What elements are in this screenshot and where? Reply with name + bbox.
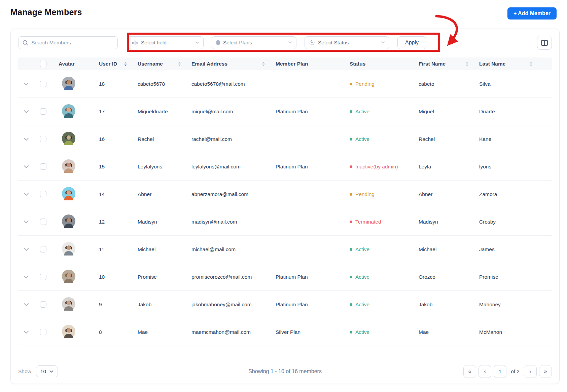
status-label: Active [355, 136, 369, 142]
username-cell: Leylalyons [131, 164, 185, 170]
row-checkbox[interactable] [40, 246, 46, 252]
email-cell: cabeto5678@mail.com [185, 81, 269, 87]
col-header-email[interactable]: Email Address [185, 61, 269, 67]
select-all-checkbox[interactable] [40, 61, 46, 67]
select-plans-dropdown[interactable]: Select Plans [212, 36, 296, 49]
status-label: Active [355, 246, 369, 252]
avatar [62, 85, 75, 91]
status-dot-icon [350, 221, 352, 223]
page-title: Manage Members [10, 7, 82, 17]
status-dot-icon [350, 331, 352, 334]
sort-icon[interactable] [177, 62, 181, 67]
username-cell: cabeto5678 [131, 81, 185, 87]
sort-icon-active-desc[interactable] [123, 62, 128, 67]
status-label: Active [355, 109, 369, 115]
status-dot-icon [350, 83, 352, 85]
status-cell: Pending [343, 191, 412, 197]
table-row: 18 cabeto5678 cabeto5678@mail.com Pendin… [18, 70, 552, 98]
table-row: 10 Promise promiseorozco@mail.com Platin… [18, 263, 552, 291]
avatar [62, 196, 75, 201]
expand-row-button[interactable] [18, 165, 34, 168]
status-icon [309, 40, 315, 46]
expand-row-button[interactable] [18, 110, 34, 113]
expand-row-button[interactable] [18, 82, 34, 86]
manage-members-page: Manage Members + Add Member Select field [0, 0, 567, 392]
row-checkbox[interactable] [40, 108, 46, 115]
expand-row-button[interactable] [18, 330, 34, 334]
row-checkbox[interactable] [40, 136, 46, 142]
select-status-label: Select Status [318, 40, 378, 46]
col-header-user-id[interactable]: User ID [92, 61, 131, 67]
user-id-cell: 14 [92, 191, 131, 197]
expand-row-button[interactable] [18, 138, 34, 141]
avatar-cell [52, 159, 92, 174]
row-checkbox[interactable] [40, 274, 46, 280]
current-page-box: 1 [494, 365, 506, 378]
username-cell: Madisyn [131, 219, 185, 225]
status-cell: Active [343, 274, 412, 280]
sort-icon[interactable] [261, 62, 265, 67]
col-header-username[interactable]: Username [131, 61, 185, 67]
last-page-button[interactable]: » [539, 365, 552, 378]
expand-row-button[interactable] [18, 193, 34, 196]
search-members-input[interactable] [31, 40, 113, 46]
avatar-cell [52, 187, 92, 202]
add-member-button[interactable]: + Add Member [507, 7, 557, 19]
sort-icon[interactable] [529, 62, 533, 67]
row-checkbox[interactable] [40, 163, 46, 170]
status-cell: Active [343, 136, 412, 142]
col-header-last-name[interactable]: Last Name [472, 61, 552, 67]
status-label: Active [355, 302, 369, 308]
last-name-cell: James [472, 246, 552, 252]
user-id-cell: 15 [92, 164, 131, 170]
sort-icon[interactable] [465, 62, 469, 67]
col-header-first-name[interactable]: First Name [412, 61, 472, 67]
col-header-avatar: Avatar [52, 61, 92, 67]
table-header-row: Avatar User ID Username Email Address [18, 57, 552, 70]
avatar-cell [52, 132, 92, 147]
row-checkbox-cell [34, 301, 52, 308]
row-checkbox[interactable] [40, 329, 46, 335]
last-name-cell: lyons [472, 164, 552, 170]
expand-row-button[interactable] [18, 303, 34, 306]
select-field-dropdown[interactable]: Select field [128, 36, 204, 49]
row-checkbox[interactable] [40, 81, 46, 87]
chevron-down-icon [195, 41, 199, 44]
avatar-cell [52, 242, 92, 257]
avatar [62, 306, 75, 312]
expand-row-button[interactable] [18, 220, 34, 224]
first-name-cell: Leyla [412, 164, 472, 170]
expand-row-button[interactable] [18, 275, 34, 279]
toolbar-divider [123, 37, 123, 48]
expand-row-button[interactable] [18, 248, 34, 251]
first-page-button[interactable]: « [463, 365, 476, 378]
status-dot-icon [350, 248, 352, 251]
select-status-dropdown[interactable]: Select Status [305, 36, 389, 49]
table-row: 15 Leylalyons leylalyons@mail.com Platin… [18, 153, 552, 181]
row-checkbox[interactable] [40, 191, 46, 197]
last-name-cell: Duarte [472, 109, 552, 115]
table-row: 8 Mae maemcmahon@mail.com Silver Plan Ac… [18, 318, 552, 346]
chevron-down-icon [49, 370, 54, 373]
column-visibility-button[interactable] [537, 36, 552, 50]
username-cell: Abner [131, 191, 185, 197]
member-plan-cell: Platinum Plan [269, 109, 343, 115]
next-page-button[interactable]: › [524, 365, 537, 378]
first-name-cell: Mae [412, 329, 472, 335]
table-row: 11 Michael michael@mail.com Active Micha… [18, 236, 552, 263]
last-name-cell: Zamora [472, 191, 552, 197]
apply-button[interactable]: Apply [397, 36, 426, 49]
avatar-cell [52, 297, 92, 312]
avatar [62, 168, 75, 174]
status-label: Terminated [355, 219, 381, 225]
prev-page-button[interactable]: ‹ [479, 365, 491, 378]
chevron-down-icon [381, 41, 385, 44]
row-checkbox[interactable] [40, 301, 46, 308]
user-id-cell: 8 [92, 329, 131, 335]
username-cell: Rachel [131, 136, 185, 142]
page-size-select[interactable]: 10 [36, 365, 58, 377]
status-cell: Inactive(by admin) [343, 164, 412, 170]
table-body: 18 cabeto5678 cabeto5678@mail.com Pendin… [18, 70, 552, 346]
search-members-input-wrapper[interactable] [18, 36, 118, 49]
row-checkbox[interactable] [40, 219, 46, 225]
